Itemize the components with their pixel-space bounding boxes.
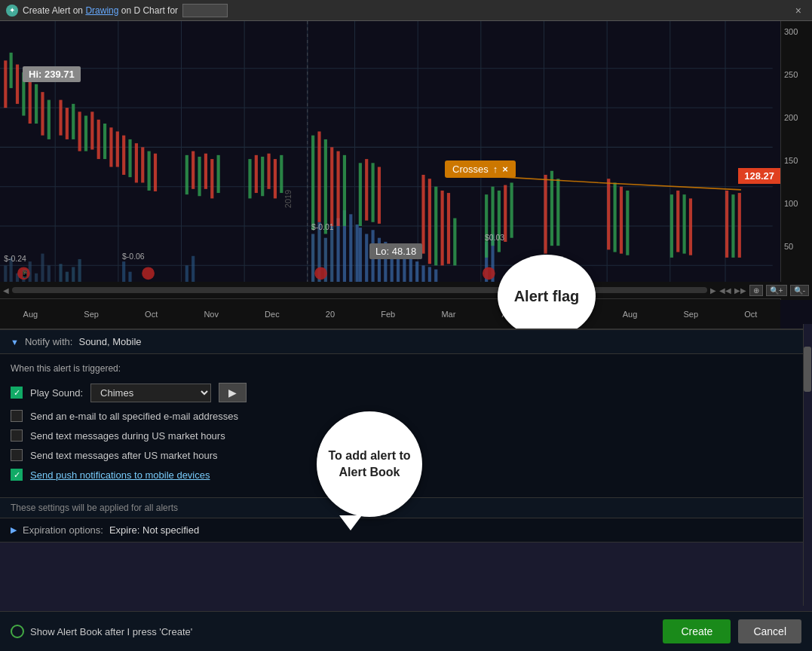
notify-toggle[interactable]: ▼ (11, 338, 19, 347)
ticker-input[interactable] (182, 4, 228, 17)
play-sound-checkbox[interactable] (11, 387, 23, 399)
axis-50: 50 (784, 242, 809, 251)
svg-rect-58 (10, 53, 13, 88)
crosses-label: Crosses (452, 164, 489, 175)
crosshair-button[interactable]: ⊕ (749, 285, 763, 296)
svg-rect-118 (614, 182, 617, 252)
sound-dropdown[interactable]: Chimes (90, 384, 211, 402)
year-label: 2019 (283, 190, 293, 208)
scroll-left-arrow[interactable]: ◀ (3, 286, 9, 295)
svg-rect-72 (103, 124, 106, 159)
scroll-skip-right[interactable]: ▶▶ (734, 286, 746, 295)
svg-rect-40 (349, 214, 352, 289)
svg-rect-44 (371, 230, 374, 289)
create-button[interactable]: Create (663, 619, 731, 643)
axis-oct2: Oct (744, 310, 757, 319)
chart-area: $-0.24 $-0.06 $-0.01 $0.03 📱 i Hi: 239.7… (0, 21, 812, 330)
sms-checkbox[interactable] (11, 429, 23, 442)
svg-rect-65 (59, 100, 62, 136)
svg-rect-125 (725, 191, 728, 258)
axis-oct: Oct (145, 310, 158, 319)
svg-rect-87 (248, 159, 251, 198)
svg-rect-69 (84, 116, 87, 151)
svg-rect-75 (122, 136, 125, 175)
show-alert-book: Show Alert Book after I press 'Create' (11, 625, 192, 638)
bottom-buttons: Create Cancel (663, 619, 801, 643)
chart-scrollbar[interactable]: ◀ ▶ ◀◀ ▶▶ ⊕ 🔍+ 🔍- (0, 282, 812, 298)
svg-rect-103 (421, 175, 424, 254)
svg-point-137 (142, 267, 155, 280)
current-price-label: 128.27 (738, 168, 780, 184)
sms-after-checkbox[interactable] (11, 449, 23, 461)
axis-labels: Aug Sep Oct Nov Dec 20 Feb Mar Apr May A… (0, 310, 780, 319)
svg-rect-116 (556, 179, 559, 246)
svg-rect-119 (620, 187, 623, 254)
axis-sep2: Sep (684, 310, 699, 319)
email-checkbox[interactable] (11, 410, 23, 422)
svg-rect-82 (192, 151, 195, 189)
svg-rect-98 (343, 155, 346, 226)
svg-rect-122 (676, 191, 679, 252)
svg-rect-88 (255, 155, 258, 193)
expiration-toggle[interactable]: ▶ (11, 525, 17, 535)
hi-price-label: Hi: 239.71 (23, 66, 81, 82)
close-button[interactable]: × (791, 3, 806, 18)
scroll-track[interactable] (12, 287, 707, 293)
play-sound-button[interactable]: ▶ (219, 383, 247, 402)
svg-point-139 (483, 267, 495, 280)
svg-rect-34 (311, 234, 314, 289)
alertbook-bubble-tail (339, 515, 362, 530)
show-alert-book-checkbox[interactable] (11, 625, 24, 638)
alert-flag-bubble: Alert flag (498, 255, 596, 330)
svg-rect-77 (135, 143, 138, 182)
zoom-in-button[interactable]: 🔍+ (766, 285, 787, 296)
svg-rect-78 (141, 147, 144, 182)
form-scrollbar[interactable] (803, 324, 812, 606)
svg-rect-92 (280, 155, 283, 193)
axis-300: 300 (784, 27, 809, 36)
svg-rect-61 (29, 76, 32, 124)
svg-rect-70 (90, 112, 93, 149)
axis-250: 250 (784, 70, 809, 79)
alertbook-bubble: To add alert to Alert Book (317, 411, 422, 517)
svg-rect-105 (434, 187, 437, 266)
svg-rect-79 (148, 151, 151, 191)
svg-rect-120 (626, 191, 629, 255)
expiration-label: Expiration options: (23, 524, 103, 536)
svg-rect-115 (550, 171, 553, 246)
title-drawing-link[interactable]: Drawing (85, 5, 118, 16)
bottom-bar: Show Alert Book after I press 'Create' C… (0, 611, 812, 651)
axis-nov: Nov (204, 310, 219, 319)
axis-150: 150 (784, 156, 809, 165)
svg-rect-111 (498, 191, 501, 252)
sms-label: Send text messages during US market hour… (30, 430, 225, 442)
zoom-out-button[interactable]: 🔍- (790, 285, 809, 296)
axis-aug2: Aug (623, 310, 638, 319)
expiration-value: Expire: Not specified (109, 524, 199, 536)
form-scrollbar-thumb[interactable] (804, 347, 811, 392)
svg-rect-114 (544, 175, 547, 254)
push-checkbox[interactable] (11, 469, 23, 481)
svg-rect-106 (441, 191, 444, 265)
axis-dec: Dec (265, 310, 280, 319)
svg-rect-64 (47, 100, 51, 139)
cancel-button[interactable]: Cancel (738, 619, 801, 643)
axis-feb: Feb (381, 310, 395, 319)
svg-rect-127 (738, 193, 741, 258)
svg-rect-104 (428, 179, 431, 264)
right-axis: 300 250 200 150 100 50 0 (780, 21, 812, 300)
svg-text:$-0.01: $-0.01 (311, 223, 334, 231)
scroll-right-arrow[interactable]: ▶ (710, 286, 716, 295)
crosses-up-icon: ↑ (493, 164, 498, 175)
svg-rect-95 (324, 139, 327, 234)
lo-price-label: Lo: 48.18 (369, 243, 422, 259)
bottom-axis: Aug Sep Oct Nov Dec 20 Feb Mar Apr May A… (0, 298, 780, 329)
svg-rect-81 (185, 155, 188, 194)
svg-text:📱: 📱 (20, 270, 29, 279)
svg-text:$-0.24: $-0.24 (4, 255, 26, 263)
svg-rect-84 (204, 154, 207, 189)
scroll-skip-left[interactable]: ◀◀ (719, 286, 731, 295)
crosses-close-button[interactable]: × (502, 164, 508, 175)
svg-point-138 (314, 267, 327, 280)
svg-rect-37 (330, 226, 333, 289)
